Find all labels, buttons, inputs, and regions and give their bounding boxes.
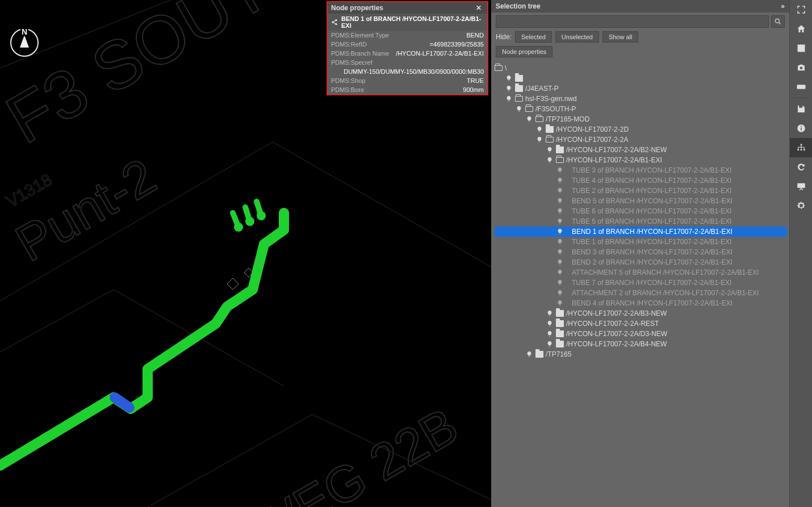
tree-label[interactable]: /TP7165 [546, 350, 571, 358]
bulb-icon[interactable] [556, 289, 564, 297]
bulb-icon[interactable] [556, 299, 564, 307]
tree-row[interactable]: /TP7165 [495, 349, 787, 359]
tree-row[interactable]: /HYCON-LF17007-2-2A/B2-NEW [495, 145, 787, 155]
bulb-icon[interactable] [535, 125, 543, 133]
tree-label[interactable]: BEND 4 of BRANCH /HYCON-LF17007-2-2A/B1-… [572, 299, 733, 307]
tree-row[interactable]: /F3SOUTH-P [495, 104, 787, 114]
bulb-icon[interactable] [556, 228, 564, 236]
tree-label[interactable]: BEND 5 of BRANCH /HYCON-LF17007-2-2A/B1-… [572, 197, 733, 205]
tree-label[interactable]: TUBE 5 of BRANCH /HYCON-LF17007-2-2A/B1-… [572, 217, 731, 225]
tree-label[interactable]: \ [505, 64, 507, 72]
tree-row[interactable]: /J4EAST-P [495, 83, 787, 94]
tree-row[interactable]: TUBE 7 of BRANCH /HYCON-LF17007-2-2A/B1-… [495, 278, 787, 288]
tree-row[interactable]: BEND 3 of BRANCH /HYCON-LF17007-2-2A/B1-… [495, 247, 787, 257]
tree-row[interactable]: /HYCON-LF17007-2-2D [495, 124, 787, 135]
tree-row[interactable]: /HYCON-LF17007-2-2A [495, 135, 787, 145]
search-input[interactable] [496, 15, 769, 28]
bulb-icon[interactable] [535, 136, 543, 144]
close-icon[interactable]: ✕ [474, 4, 484, 12]
tree-row[interactable]: BEND 2 of BRANCH /HYCON-LF17007-2-2A/B1-… [495, 257, 787, 267]
tree-label[interactable]: /HYCON-LF17007-2-2A-REST [566, 320, 659, 328]
tree-label[interactable]: /HYCON-LF17007-2-2A/B2-NEW [566, 146, 667, 154]
tree-label[interactable]: ATTACHMENT 5 of BRANCH /HYCON-LF17007-2-… [572, 269, 759, 276]
bulb-icon[interactable] [546, 309, 554, 317]
bulb-icon[interactable] [556, 238, 564, 246]
info-icon[interactable] [790, 119, 813, 138]
bulb-icon[interactable] [556, 269, 564, 276]
tree-row[interactable]: TUBE 4 of BRANCH /HYCON-LF17007-2-2A/B1-… [495, 175, 787, 186]
tree-row[interactable]: /HYCON-LF17007-2-2A/B3-NEW [495, 308, 787, 319]
tree-row[interactable]: BEND 4 of BRANCH /HYCON-LF17007-2-2A/B1-… [495, 298, 787, 308]
bulb-icon[interactable] [546, 320, 554, 328]
bulb-icon[interactable] [556, 279, 564, 287]
bulb-icon[interactable] [556, 197, 564, 205]
tree-row-selected[interactable]: BEND 1 of BRANCH /HYCON-LF17007-2-2A/B1-… [495, 227, 787, 237]
bulb-icon[interactable] [556, 217, 564, 225]
bulb-icon[interactable] [505, 74, 513, 82]
label-icon[interactable]: AB [790, 77, 813, 97]
tree-label[interactable]: TUBE 3 of BRANCH /HYCON-LF17007-2-2A/B1-… [572, 166, 731, 174]
hide-selected-button[interactable]: Selected [515, 31, 552, 43]
tree-label[interactable]: BEND 1 of BRANCH /HYCON-LF17007-2-2A/B1-… [572, 228, 733, 236]
tree-label[interactable]: TUBE 1 of BRANCH /HYCON-LF17007-2-2A/B1-… [572, 238, 731, 246]
tree-label[interactable]: TUBE 4 of BRANCH /HYCON-LF17007-2-2A/B1-… [572, 177, 731, 185]
saved-views-icon[interactable] [790, 99, 813, 119]
compass[interactable]: N [10, 28, 39, 57]
bulb-icon[interactable] [525, 350, 533, 358]
section-icon[interactable] [790, 39, 813, 58]
tree-label[interactable]: /HYCON-LF17007-2-2D [556, 125, 629, 133]
bulb-icon[interactable] [546, 330, 554, 338]
tree-row[interactable]: /HYCON-LF17007-2-2A/B1-EXI [495, 155, 787, 165]
bulb-icon[interactable] [556, 166, 564, 174]
tree-label[interactable]: /F3SOUTH-P [535, 105, 576, 113]
tree-row[interactable]: TUBE 1 of BRANCH /HYCON-LF17007-2-2A/B1-… [495, 237, 787, 247]
tree-label[interactable]: hsl-F3S-gen.nwd [525, 95, 577, 103]
bulb-icon[interactable] [556, 177, 564, 185]
tree-label[interactable]: BEND 3 of BRANCH /HYCON-LF17007-2-2A/B1-… [572, 248, 733, 256]
tree-row[interactable]: BEND 5 of BRANCH /HYCON-LF17007-2-2A/B1-… [495, 196, 787, 206]
tree-row[interactable]: \ [495, 63, 787, 73]
tree-label[interactable]: /HYCON-LF17007-2-2A/B3-NEW [566, 309, 667, 317]
bulb-icon[interactable] [556, 258, 564, 266]
tree-label[interactable]: TUBE 2 of BRANCH /HYCON-LF17007-2-2A/B1-… [572, 187, 731, 195]
bulb-icon[interactable] [525, 115, 533, 123]
tree-row[interactable]: hsl-F3S-gen.nwd [495, 94, 787, 104]
tree-label[interactable]: TUBE 7 of BRANCH /HYCON-LF17007-2-2A/B1-… [572, 279, 731, 287]
bulb-icon[interactable] [546, 340, 554, 348]
tree-row[interactable]: /HYCON-LF17007-2-2A/B4-NEW [495, 339, 787, 349]
tree-row[interactable]: TUBE 2 of BRANCH /HYCON-LF17007-2-2A/B1-… [495, 186, 787, 196]
tree-row[interactable]: /HYCON-LF17007-2-2A/D3-NEW [495, 329, 787, 339]
bulb-icon[interactable] [546, 156, 554, 164]
camera-icon[interactable] [790, 58, 813, 77]
tree-row[interactable]: /HYCON-LF17007-2-2A-REST [495, 319, 787, 329]
hide-unselected-button[interactable]: Unselected [555, 31, 599, 43]
node-properties-button[interactable]: Node properties [496, 46, 553, 57]
tree-label[interactable]: ATTACHMENT 2 of BRANCH /HYCON-LF17007-2-… [572, 289, 759, 297]
home-icon[interactable] [790, 19, 813, 39]
bulb-icon[interactable] [505, 85, 513, 93]
tree-row[interactable]: TUBE 6 of BRANCH /HYCON-LF17007-2-2A/B1-… [495, 206, 787, 216]
collapse-icon[interactable]: » [781, 2, 785, 10]
tree-label[interactable]: /TP7165-MOD [546, 115, 589, 123]
tree-label[interactable]: /J4EAST-P [525, 85, 559, 93]
tree-label[interactable]: BEND 2 of BRANCH /HYCON-LF17007-2-2A/B1-… [572, 258, 733, 266]
tree-label[interactable]: /HYCON-LF17007-2-2A/D3-NEW [566, 330, 667, 338]
fullscreen-icon[interactable] [790, 0, 813, 19]
search-button[interactable] [771, 15, 785, 28]
tree-label[interactable]: /HYCON-LF17007-2-2A/B1-EXI [566, 156, 662, 164]
tree-row[interactable]: /TP7165-MOD [495, 114, 787, 124]
selection-tree[interactable]: \/J4EAST-Phsl-F3S-gen.nwd/F3SOUTH-P/TP71… [491, 62, 789, 507]
tree-row[interactable]: TUBE 5 of BRANCH /HYCON-LF17007-2-2A/B1-… [495, 216, 787, 227]
showall-button[interactable]: Show all [602, 31, 639, 43]
bulb-icon[interactable] [556, 248, 564, 256]
tree-label[interactable]: TUBE 6 of BRANCH /HYCON-LF17007-2-2A/B1-… [572, 207, 731, 215]
share-icon[interactable] [331, 19, 338, 26]
tree-row[interactable]: ATTACHMENT 2 of BRANCH /HYCON-LF17007-2-… [495, 288, 787, 298]
hierarchy-icon[interactable] [790, 138, 813, 157]
bulb-icon[interactable] [556, 187, 564, 195]
tree-row[interactable]: TUBE 3 of BRANCH /HYCON-LF17007-2-2A/B1-… [495, 165, 787, 175]
refresh-icon[interactable] [790, 157, 813, 177]
tree-row[interactable]: ATTACHMENT 5 of BRANCH /HYCON-LF17007-2-… [495, 267, 787, 278]
tree-row[interactable] [495, 73, 787, 83]
bulb-icon[interactable] [505, 95, 513, 103]
